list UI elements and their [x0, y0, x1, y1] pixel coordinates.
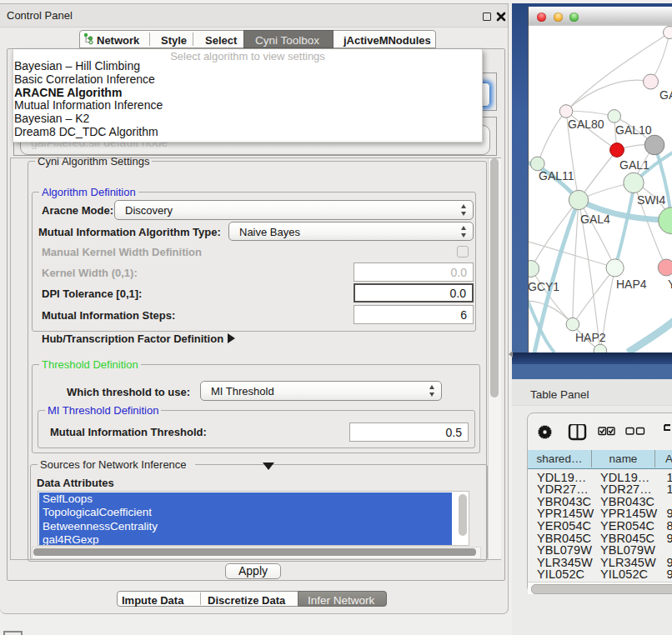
svg-text:GAL10: GAL10	[615, 123, 652, 137]
svg-text:GAL80: GAL80	[568, 118, 604, 131]
svg-text:GAL1: GAL1	[619, 158, 649, 172]
svg-text:GAL4: GAL4	[580, 212, 610, 226]
svg-text:HAP2: HAP2	[575, 331, 606, 344]
svg-text:HAP4: HAP4	[616, 278, 647, 291]
svg-text:SWI4: SWI4	[637, 193, 665, 207]
svg-text:GAL7: GAL7	[659, 88, 672, 102]
svg-text:GAL11: GAL11	[539, 169, 574, 182]
svg-text:GCY1: GCY1	[528, 280, 559, 293]
svg-text:YJ: YJ	[668, 278, 672, 291]
